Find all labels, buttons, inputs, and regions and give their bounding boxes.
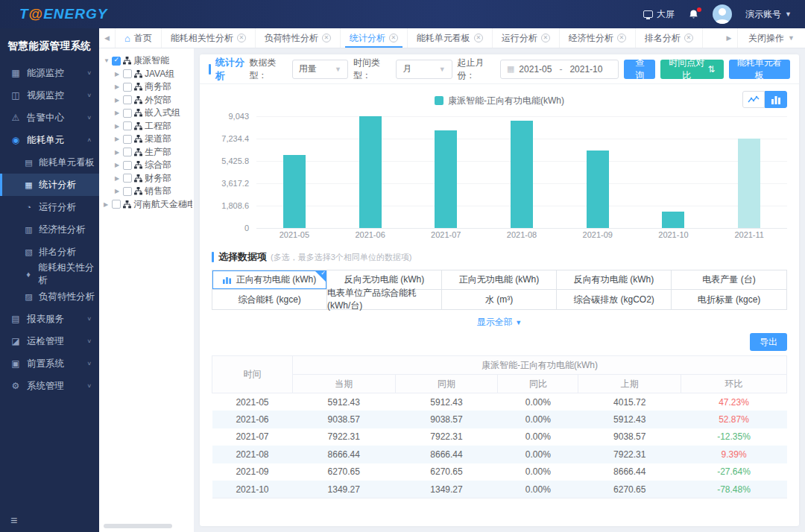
tab-排名分析[interactable]: 排名分析 ✕ — [636, 28, 703, 48]
data-item-option[interactable]: 综合碳排放 (kgCO2) — [557, 290, 672, 309]
chart-bar[interactable] — [511, 121, 533, 228]
tab-close-icon[interactable]: ✕ — [541, 34, 550, 42]
tab-能耗单元看板[interactable]: 能耗单元看板 ✕ — [408, 28, 493, 48]
account-menu[interactable]: 演示账号 ▼ — [745, 8, 792, 21]
tab-close-icon[interactable]: ✕ — [474, 34, 483, 42]
tab-close-icon[interactable]: ✕ — [237, 34, 246, 42]
sidebar-item-energy-unit-kanban[interactable]: ▤能耗单元看板 — [0, 151, 99, 174]
tree-checkbox[interactable] — [123, 83, 132, 92]
sidebar-item-correlation-analysis[interactable]: ♦能耗相关性分析 — [0, 263, 99, 285]
sidebar-item-report-service[interactable]: ▤报表服务∨ — [0, 308, 99, 330]
query-button[interactable]: 查询 — [624, 60, 655, 79]
tree-child-row[interactable]: ▶ 渠道部 — [104, 133, 192, 146]
tree-expand-icon[interactable]: ▶ — [104, 201, 110, 208]
data-item-option[interactable]: 综合能耗 (kgce) — [212, 290, 327, 309]
sidebar-item-system-management[interactable]: ⚙系统管理∨ — [0, 375, 99, 397]
tab-负荷特性分析[interactable]: 负荷特性分析 ✕ — [256, 28, 341, 48]
sidebar-item-ranking-analysis[interactable]: ▧排名分析 — [0, 241, 99, 263]
tab-统计分析[interactable]: 统计分析 ✕ — [341, 28, 408, 48]
sidebar-collapse-button[interactable]: ≡ — [0, 513, 99, 532]
tab-经济性分析[interactable]: 经济性分析 ✕ — [560, 28, 636, 48]
data-item-option[interactable]: 正向无功电能 (kWh) — [442, 270, 557, 290]
tree-root-row[interactable]: ▼ 康派智能 — [104, 54, 192, 68]
tab-close-icon[interactable]: ✕ — [322, 34, 331, 42]
sidebar-item-alarm-center[interactable]: ⚠告警中心∨ — [0, 107, 99, 129]
avatar[interactable] — [713, 4, 732, 24]
tree-expand-icon[interactable]: ▶ — [115, 97, 121, 104]
data-item-option[interactable]: 反向有功电能 (kWh) — [557, 270, 672, 290]
chart-legend[interactable]: 康派智能-正向有功电能(kWh) — [435, 95, 564, 107]
notification-bell-button[interactable] — [688, 9, 699, 20]
data-item-option[interactable]: 电表产量 (台) — [672, 270, 786, 290]
sidebar-item-energy-unit[interactable]: ◉能耗单元∧ — [0, 129, 99, 151]
line-chart-toggle[interactable] — [742, 91, 765, 108]
data-item-option[interactable]: 电表单位产品综合能耗 (kWh/台) — [327, 290, 442, 309]
tree-checkbox[interactable] — [123, 148, 132, 156]
tree-checkbox[interactable] — [112, 200, 121, 209]
tab-close-icon[interactable]: ✕ — [617, 34, 626, 42]
tree-sibling-row[interactable]: ▶ 河南航天金穗电子有 — [104, 198, 192, 212]
tree-expand-icon[interactable]: ▶ — [115, 123, 121, 130]
date-range-input[interactable]: ▦ 2021-05 - 2021-10 — [500, 60, 619, 79]
tree-checkbox[interactable] — [123, 95, 132, 104]
tree-expand-icon[interactable]: ▶ — [115, 162, 121, 168]
tree-checkbox[interactable] — [123, 69, 132, 78]
chart-bar[interactable] — [283, 155, 306, 228]
tree-expand-icon[interactable]: ▶ — [115, 188, 121, 194]
tree-expand-icon[interactable]: ▶ — [115, 149, 121, 156]
tree-expand-icon[interactable]: ▼ — [104, 57, 110, 64]
tab-运行分析[interactable]: 运行分析 ✕ — [493, 28, 560, 48]
tree-child-row[interactable]: ▶ 外贸部 — [104, 94, 192, 107]
tree-expand-icon[interactable]: ▶ — [115, 83, 121, 90]
tree-checkbox[interactable] — [123, 121, 132, 130]
tab-close-icon[interactable]: ✕ — [389, 34, 398, 42]
chart-bar[interactable] — [587, 151, 609, 228]
chart-bar[interactable] — [662, 212, 684, 228]
tab-能耗相关性分析[interactable]: 能耗相关性分析 ✕ — [162, 28, 256, 48]
show-all-link[interactable]: 显示全部 ▼ — [212, 310, 787, 330]
tabs-scroll-left-button[interactable]: ◀ — [99, 28, 116, 48]
tree-checkbox[interactable] — [123, 109, 132, 118]
tree-child-row[interactable]: ▶ 生产部 — [104, 146, 192, 159]
data-item-option[interactable]: 电折标量 (kgce) — [672, 290, 786, 309]
tree-child-row[interactable]: ▶ 商务部 — [104, 80, 192, 94]
sidebar-item-energy-monitor[interactable]: ▦能源监控∨ — [0, 62, 99, 84]
bar-chart-toggle[interactable] — [765, 91, 787, 108]
tree-child-row[interactable]: ▶ JAVA组 — [104, 68, 192, 81]
chart-bar[interactable] — [359, 116, 382, 228]
tree-expand-icon[interactable]: ▶ — [115, 110, 121, 116]
tree-checkbox[interactable] — [123, 174, 132, 183]
tree-checkbox[interactable] — [123, 187, 132, 196]
sidebar-item-statistics-analysis[interactable]: ▦统计分析 — [0, 174, 99, 196]
tree-child-row[interactable]: ▶ 嵌入式组 — [104, 107, 192, 120]
sidebar-item-economy-analysis[interactable]: ▥经济性分析 — [0, 218, 99, 241]
time-compare-button[interactable]: 时间点对比⇅ — [660, 60, 723, 79]
data-item-option[interactable]: 水 (m³) — [442, 290, 557, 309]
close-operations-menu[interactable]: 关闭操作 ▼ — [737, 28, 805, 48]
horizontal-scrollbar[interactable] — [104, 524, 172, 528]
tree-child-row[interactable]: ▶ 综合部 — [104, 159, 192, 172]
tree-expand-icon[interactable]: ▶ — [115, 71, 121, 77]
sidebar-item-front-system[interactable]: ▣前置系统∨ — [0, 352, 99, 375]
tab-home[interactable]: ⌂ 首页 — [116, 28, 162, 48]
chart-bar[interactable] — [435, 130, 457, 228]
tree-checkbox[interactable] — [123, 135, 132, 144]
time-type-select[interactable]: 月 ▼ — [396, 60, 452, 79]
tree-checkbox[interactable] — [123, 161, 132, 170]
tree-expand-icon[interactable]: ▶ — [115, 175, 121, 182]
sidebar-item-video-monitor[interactable]: ◫视频监控∨ — [0, 84, 99, 107]
sidebar-item-operation-analysis[interactable]: ◔运行分析 — [0, 196, 99, 218]
tabs-scroll-right-button[interactable]: ▶ — [721, 28, 737, 48]
energy-unit-kanban-button[interactable]: 能耗单元看板 — [729, 60, 791, 79]
tree-child-row[interactable]: ▶ 销售部 — [104, 185, 192, 198]
tree-expand-icon[interactable]: ▶ — [115, 136, 121, 142]
tree-child-row[interactable]: ▶ 工程部 — [104, 120, 192, 133]
chart-bar[interactable] — [738, 139, 760, 228]
tree-checkbox[interactable] — [112, 57, 121, 66]
tree-child-row[interactable]: ▶ 财务部 — [104, 172, 192, 186]
sidebar-item-inspection-management[interactable]: ◪运检管理∨ — [0, 330, 99, 352]
tab-close-icon[interactable]: ✕ — [684, 34, 693, 42]
data-type-select[interactable]: 用量 ▼ — [292, 60, 348, 79]
export-button[interactable]: 导出 — [750, 333, 787, 351]
data-item-option[interactable]: 正向有功电能 (kWh) — [212, 270, 327, 290]
